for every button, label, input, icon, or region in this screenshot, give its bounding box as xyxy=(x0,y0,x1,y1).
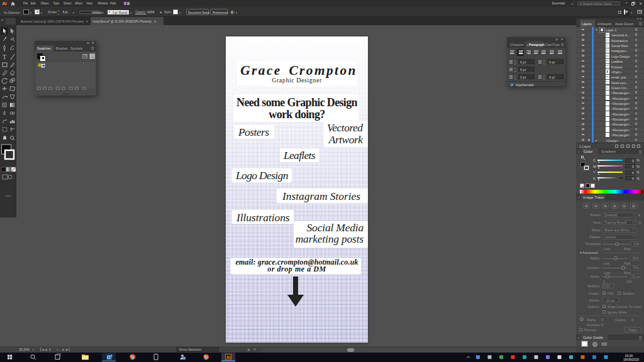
svg-text:18/09/2020: 18/09/2020 xyxy=(623,358,639,361)
svg-text:Ai: Ai xyxy=(226,355,231,359)
svg-text:T: T xyxy=(3,53,6,60)
